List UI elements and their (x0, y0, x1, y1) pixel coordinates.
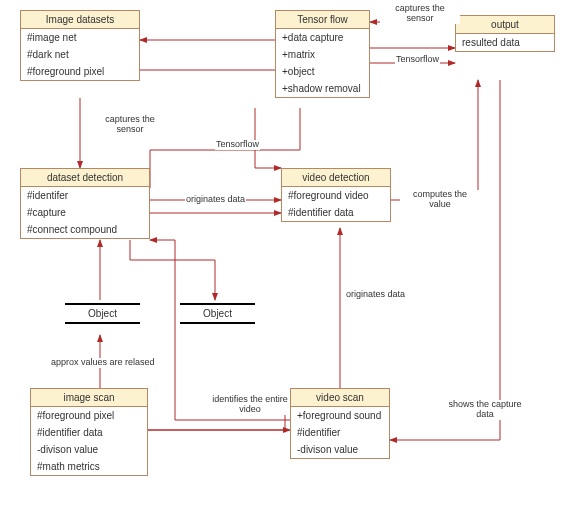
item: #identifier (291, 424, 389, 441)
label-tensorflow-top: Tensorflow (395, 55, 440, 65)
label-approx-values: approx values are relased (50, 358, 156, 368)
title-tensor-flow: Tensor flow (276, 11, 369, 29)
title-image-datasets: Image datasets (21, 11, 139, 29)
item: #connect compound (21, 221, 149, 238)
item: +data capture (276, 29, 369, 46)
item: #identifier data (282, 204, 390, 221)
item: #identifer (21, 187, 149, 204)
item: -divison value (31, 441, 147, 458)
box-video-scan: video scan +foreground sound #identifier… (290, 388, 390, 459)
title-image-scan: image scan (31, 389, 147, 407)
box-image-datasets: Image datasets #image net #dark net #for… (20, 10, 140, 81)
label-computes-value: computes the value (400, 190, 480, 210)
item: #math metrics (31, 458, 147, 475)
item: #identifier data (31, 424, 147, 441)
label-tensorflow-mid: Tensorflow (215, 140, 260, 150)
label-captures-sensor-left: captures the sensor (90, 115, 170, 135)
title-video-scan: video scan (291, 389, 389, 407)
item: +foreground sound (291, 407, 389, 424)
item: #dark net (21, 46, 139, 63)
object-label: Object (65, 308, 140, 319)
item: +shadow removal (276, 80, 369, 97)
item: #foreground pixel (21, 63, 139, 80)
item: -divison value (291, 441, 389, 458)
object-label: Object (180, 308, 255, 319)
item: +object (276, 63, 369, 80)
item: #image net (21, 29, 139, 46)
box-video-detection: video detection #foreground video #ident… (281, 168, 391, 222)
box-tensor-flow: Tensor flow +data capture +matrix +objec… (275, 10, 370, 98)
title-video-detection: video detection (282, 169, 390, 187)
item: +matrix (276, 46, 369, 63)
title-output: output (456, 16, 554, 34)
label-originates-data-mid: originates data (185, 195, 246, 205)
label-identifies-video: identifies the entire video (210, 395, 290, 415)
item: resulted data (456, 34, 554, 51)
item: #foreground video (282, 187, 390, 204)
object-node-1: Object (65, 300, 140, 327)
label-shows-capture: shows the capture data (445, 400, 525, 420)
box-dataset-detection: dataset detection #identifer #capture #c… (20, 168, 150, 239)
label-originates-data-v: originates data (345, 290, 406, 300)
item: #foreground pixel (31, 407, 147, 424)
box-image-scan: image scan #foreground pixel #identifier… (30, 388, 148, 476)
object-node-2: Object (180, 300, 255, 327)
box-output: output resulted data (455, 15, 555, 52)
label-captures-sensor-top: captures the sensor (380, 4, 460, 24)
item: #capture (21, 204, 149, 221)
title-dataset-detection: dataset detection (21, 169, 149, 187)
